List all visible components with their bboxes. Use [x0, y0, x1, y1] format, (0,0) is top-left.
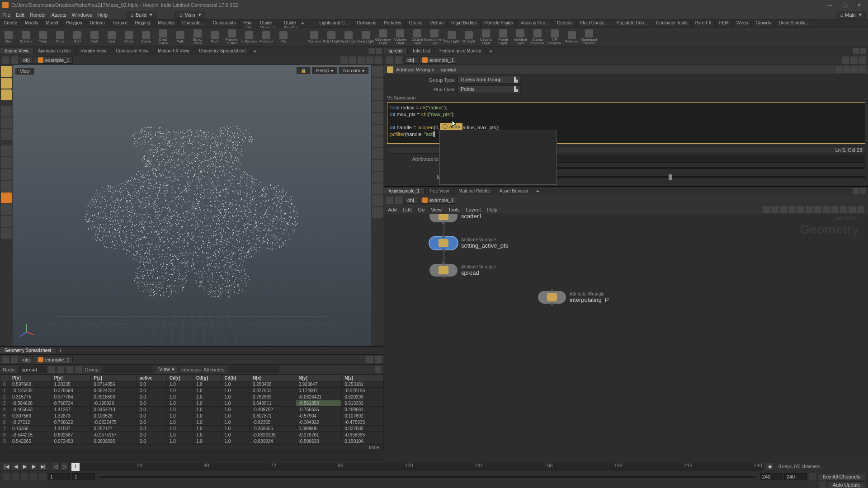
menu-help[interactable]: Help	[97, 12, 108, 18]
snap-grid-icon[interactable]	[1, 145, 12, 156]
pane-tab[interactable]: Composite View	[111, 48, 153, 54]
shelf-tab[interactable]: Drive Simulat…	[775, 20, 814, 28]
sp-group-field[interactable]	[103, 366, 152, 373]
menu-edit[interactable]: Edit	[16, 12, 24, 18]
shelf-tab[interactable]: Grains	[406, 20, 426, 28]
shelf-tool[interactable]: Line	[103, 28, 120, 47]
shelf-tab[interactable]: Particle Fluids	[481, 20, 517, 28]
shelf-tab[interactable]: Oceans	[553, 20, 576, 28]
pane-tab[interactable]: /obj/example_1	[384, 188, 425, 194]
light-icon[interactable]	[372, 148, 383, 159]
scope-icon[interactable]	[39, 473, 46, 480]
points-icon[interactable]	[372, 113, 383, 124]
vp-tool-3-icon[interactable]	[358, 56, 365, 64]
pane-tab[interactable]: spread	[384, 48, 408, 54]
net-menu-layout[interactable]: Layout	[466, 207, 481, 212]
disp-c-icon[interactable]	[372, 207, 383, 218]
parm-search-icon[interactable]	[844, 66, 850, 73]
shelf-tool[interactable]: Environment Light	[426, 28, 443, 47]
net-pane-opt-icon[interactable]	[853, 188, 859, 194]
shelf-tab[interactable]: Create	[0, 20, 21, 28]
bg-icon[interactable]	[372, 160, 383, 171]
net-tool-3-icon[interactable]	[780, 206, 787, 213]
sp-link-icon[interactable]	[375, 356, 382, 363]
shade-icon[interactable]	[372, 78, 383, 89]
shelf-tab[interactable]: Viscous Flui…	[517, 20, 553, 28]
auto-update-drop[interactable]: Auto Update	[828, 481, 865, 488]
net-tool-8-icon[interactable]	[823, 206, 830, 213]
shelf-tool[interactable]: Portal Light	[495, 28, 512, 47]
net-fwd-icon[interactable]	[395, 197, 402, 204]
shelf-tab[interactable]: Container Tools	[652, 20, 691, 28]
flipbook-icon[interactable]	[1, 228, 12, 239]
shelf-tool[interactable]: Torus	[52, 28, 69, 47]
inspect-icon[interactable]	[1, 216, 12, 227]
shelf-tab[interactable]: Rigging	[131, 20, 154, 28]
desktop-main[interactable]: ⌂Main ▾	[175, 11, 205, 19]
lock-tool-icon[interactable]	[1, 117, 12, 128]
sp-fwd-icon[interactable]	[11, 356, 18, 363]
node-spread[interactable]: Attribute Wranglespread	[429, 264, 496, 277]
parm-help2-icon[interactable]	[859, 66, 865, 73]
autocomplete-popup[interactable]: ⓘacos	[439, 131, 557, 185]
sp-class-points-icon[interactable]	[48, 366, 55, 373]
shelf-tool[interactable]: Platonic Solids	[223, 28, 241, 47]
shelf-tab[interactable]: Vellum	[426, 20, 448, 28]
net-path-node[interactable]: example_1	[419, 197, 457, 204]
keys-icon[interactable]: ◆	[766, 463, 774, 471]
snap-point-icon[interactable]	[1, 157, 12, 168]
gamma-icon[interactable]	[372, 172, 383, 183]
axis-gizmo-icon[interactable]	[17, 323, 35, 341]
3d-viewport[interactable]: View 🔒 Persp▾ No cam▾	[13, 65, 371, 346]
shelf-tool[interactable]: Tube	[34, 28, 52, 47]
menu-assets[interactable]: Assets	[52, 12, 66, 18]
shelf-tab[interactable]: Model	[42, 20, 62, 28]
parm-gear-icon[interactable]	[836, 66, 842, 73]
shelf-tool[interactable]: Switcher	[563, 28, 580, 47]
path-node[interactable]: example_1	[35, 56, 73, 64]
spreadsheet-add-tab[interactable]: +	[56, 348, 64, 353]
network-view[interactable]: Indie Edition Geometry scatter1 Attribut…	[384, 214, 868, 461]
sp-path-node[interactable]: example_1	[35, 356, 73, 363]
shelf-tool[interactable]: Grid	[69, 28, 86, 47]
close-button[interactable]: ✕	[852, 1, 866, 9]
shelf-tab[interactable]: Guide Process	[256, 20, 280, 28]
sp-pin-icon[interactable]	[366, 356, 373, 363]
step-back-button[interactable]: ◁	[52, 463, 60, 471]
back-icon[interactable]	[2, 56, 9, 64]
range-slider[interactable]	[99, 476, 755, 478]
play-button[interactable]: ▶	[30, 463, 38, 471]
step-fwd-button[interactable]: ▷	[61, 463, 69, 471]
shelf-tool[interactable]: Stereo Camera	[529, 28, 546, 47]
shelf-tab[interactable]: Modify	[21, 20, 42, 28]
shelf-tab[interactable]: FEM	[716, 20, 733, 28]
next-frame-button[interactable]: ▶|	[39, 463, 47, 471]
shelf-tab[interactable]: Pyro FX	[692, 20, 716, 28]
path-obj[interactable]: obj	[20, 56, 33, 64]
pane-tab[interactable]: Take List	[408, 48, 435, 54]
net-back-icon[interactable]	[386, 197, 393, 204]
key-channels-drop[interactable]: Key All Channels	[818, 473, 865, 480]
parm-pin-icon[interactable]	[842, 56, 849, 64]
prev-frame-button[interactable]: ◀	[12, 463, 20, 471]
pane-tab[interactable]: Tree View	[425, 188, 454, 194]
uv-icon[interactable]	[372, 136, 383, 147]
snap-tool-icon[interactable]	[1, 129, 12, 140]
net-menu-help[interactable]: Help	[487, 207, 498, 212]
minimize-button[interactable]: —	[823, 1, 837, 9]
shelf-tab[interactable]: Constraints	[209, 20, 240, 28]
pane-tab[interactable]: Material Palette	[454, 188, 495, 194]
shelf-tool[interactable]: Gamepad Camera	[580, 28, 598, 47]
pane-max-icon[interactable]	[376, 48, 382, 54]
snap-multi-icon[interactable]	[1, 181, 12, 192]
first-frame-button[interactable]: |◀	[3, 463, 11, 471]
net-pane-max-icon[interactable]	[860, 188, 866, 194]
shelf-add-left[interactable]: +	[298, 20, 307, 28]
ghost-icon[interactable]	[372, 101, 383, 112]
shelf-tab[interactable]: Texture	[109, 20, 132, 28]
shelf-tool[interactable]: Area Light	[357, 28, 374, 47]
shelf-tool[interactable]: Distant Light	[409, 28, 426, 47]
shelf-tool[interactable]: Circle	[120, 28, 137, 47]
run-over-dropdown[interactable]: Points▙	[458, 85, 521, 93]
shelf-tab[interactable]: Particles	[380, 20, 405, 28]
